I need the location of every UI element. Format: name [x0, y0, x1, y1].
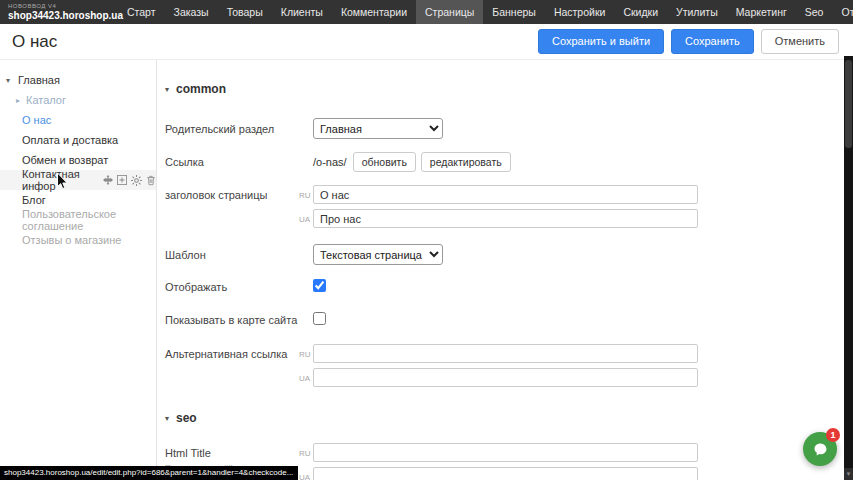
lang-ru-label: RU — [299, 350, 311, 359]
chat-unread-badge: 1 — [826, 428, 840, 442]
html-title-ua-input[interactable] — [313, 467, 698, 480]
lang-ua-label: UA — [299, 215, 311, 224]
menu-item-products[interactable]: Товары — [218, 0, 272, 24]
logo-domain: shop34423.horoshop.ua — [8, 10, 108, 21]
section-seo[interactable]: ▾ seo — [165, 411, 843, 425]
link-refresh-button[interactable]: обновить — [353, 152, 416, 172]
page-header: О нас Сохранить и выйти Сохранить Отмени… — [0, 24, 853, 60]
menu-item-seo[interactable]: Seo — [796, 0, 833, 24]
logo-version: НОВОВВОД V4 — [8, 3, 108, 10]
tree-item-label: Обмен и возврат — [22, 154, 108, 166]
chevron-down-icon: ▾ — [165, 414, 169, 423]
edit-form: ▾ common Родительский раздел Главная Ссы… — [157, 60, 853, 480]
link-edit-button[interactable]: редактировать — [421, 152, 511, 172]
alt-link-label: Альтернативная ссылка — [165, 344, 313, 361]
tree-item-label: Каталог — [26, 94, 66, 106]
menu-item-banners[interactable]: Баннеры — [483, 0, 545, 24]
tree-item-label: Пользовательское соглашение — [22, 208, 156, 232]
page-title-ua-input[interactable] — [313, 209, 698, 228]
tree-item-user-agreement[interactable]: Пользовательское соглашение — [0, 210, 156, 230]
row-link: Ссылка /o-nas/ обновить редактировать — [165, 152, 843, 172]
tree-item-store-reviews[interactable]: Отзывы о магазине — [0, 230, 156, 250]
tree-item-catalog[interactable]: ▸ Каталог — [0, 90, 156, 110]
lang-ru-label: RU — [299, 449, 311, 458]
menu-item-reports[interactable]: Отчеты — [832, 0, 853, 24]
row-page-title: заголовок страницы RU UA — [165, 185, 843, 228]
section-title: seo — [176, 411, 197, 425]
scrollbar-thumb[interactable] — [845, 60, 852, 148]
move-icon[interactable] — [103, 175, 113, 185]
tree-item-payment-delivery[interactable]: Оплата и доставка — [0, 130, 156, 150]
chevron-right-icon[interactable]: ▸ — [16, 96, 26, 105]
tree-item-label: О нас — [22, 114, 51, 126]
alt-link-ua-input[interactable] — [313, 368, 698, 387]
lang-ua-label: UA — [299, 374, 311, 383]
tree-item-exchange-return[interactable]: Обмен и возврат — [0, 150, 156, 170]
sitemap-checkbox[interactable] — [313, 312, 326, 325]
section-title: common — [176, 82, 226, 96]
tree-item-label: Контактная инфор — [22, 168, 98, 192]
template-select[interactable]: Текстовая страница — [313, 244, 443, 265]
display-label: Отображать — [165, 280, 313, 294]
section-common[interactable]: ▾ common — [165, 82, 843, 96]
tree-item-blog[interactable]: Блог — [0, 190, 156, 210]
page-title-label: заголовок страницы — [165, 185, 313, 202]
html-title-ru-input[interactable] — [313, 443, 698, 462]
template-label: Шаблон — [165, 248, 313, 262]
row-sitemap: Показывать в карте сайта — [165, 311, 843, 329]
display-checkbox[interactable] — [313, 279, 326, 292]
chevron-down-icon[interactable]: ▾ — [6, 76, 16, 85]
menu-item-pages[interactable]: Страницы — [416, 0, 483, 24]
menu-item-clients[interactable]: Клиенты — [272, 0, 332, 24]
save-and-exit-button[interactable]: Сохранить и выйти — [538, 29, 664, 54]
tree-item-about[interactable]: О нас — [0, 110, 156, 130]
row-display: Отображать — [165, 278, 843, 296]
sitemap-label: Показывать в карте сайта — [165, 313, 313, 327]
chat-icon — [812, 441, 829, 458]
html-title-label-text: Html Title — [165, 447, 211, 459]
tree-item-contact-info[interactable]: Контактная инфор — [0, 170, 156, 190]
trash-icon[interactable] — [146, 175, 156, 186]
scrollbar-down-arrow[interactable]: ▼ — [844, 468, 853, 480]
menu-item-settings[interactable]: Настройки — [545, 0, 615, 24]
page-body: ▾ Главная ▸ Каталог О нас Оплата и доста… — [0, 60, 853, 480]
row-alt-link: Альтернативная ссылка RU UA — [165, 344, 843, 387]
link-value: /o-nas/ — [313, 156, 347, 168]
lang-ua-label: UA — [299, 473, 311, 480]
lang-ru-label: RU — [299, 191, 311, 200]
tree-item-label: Оплата и доставка — [22, 134, 118, 146]
tree-item-home[interactable]: ▾ Главная — [0, 70, 156, 90]
gear-icon[interactable] — [131, 175, 142, 186]
header-buttons: Сохранить и выйти Сохранить Отменить — [538, 29, 839, 54]
parent-section-label: Родительский раздел — [165, 122, 313, 136]
parent-section-select[interactable]: Главная — [313, 118, 443, 139]
row-parent-section: Родительский раздел Главная — [165, 118, 843, 139]
menu-item-utilities[interactable]: Утилиты — [667, 0, 727, 24]
tree-item-label: Блог — [22, 194, 46, 206]
topbar: НОВОВВОД V4 shop34423.horoshop.ua Старт … — [0, 0, 853, 24]
page-title-ru-input[interactable] — [313, 185, 698, 204]
menu-item-discounts[interactable]: Скидки — [614, 0, 667, 24]
page-title: О нас — [12, 32, 57, 52]
menu-item-orders[interactable]: Заказы — [165, 0, 218, 24]
tree-item-label: Главная — [18, 74, 60, 86]
main-menu: Старт Заказы Товары Клиенты Комментарии … — [118, 0, 853, 24]
menu-item-start[interactable]: Старт — [118, 0, 165, 24]
cancel-button[interactable]: Отменить — [761, 29, 839, 54]
status-bar-url: shop34423.horoshop.ua/edit/edit.php?id=6… — [0, 466, 298, 480]
chat-widget-button[interactable]: 1 — [803, 432, 837, 466]
menu-item-marketing[interactable]: Маркетинг — [727, 0, 796, 24]
row-template: Шаблон Текстовая страница — [165, 244, 843, 265]
tree-item-actions — [103, 175, 156, 186]
save-button[interactable]: Сохранить — [671, 29, 754, 54]
menu-item-comments[interactable]: Комментарии — [332, 0, 416, 24]
tree-item-label: Отзывы о магазине — [22, 234, 121, 246]
chevron-down-icon: ▾ — [165, 85, 169, 94]
pages-tree: ▾ Главная ▸ Каталог О нас Оплата и доста… — [0, 60, 157, 480]
link-label: Ссылка — [165, 155, 313, 169]
add-icon[interactable] — [117, 175, 127, 185]
page-scrollbar[interactable]: ▼ — [844, 56, 853, 480]
logo[interactable]: НОВОВВОД V4 shop34423.horoshop.ua — [0, 0, 118, 24]
alt-link-ru-input[interactable] — [313, 344, 698, 363]
